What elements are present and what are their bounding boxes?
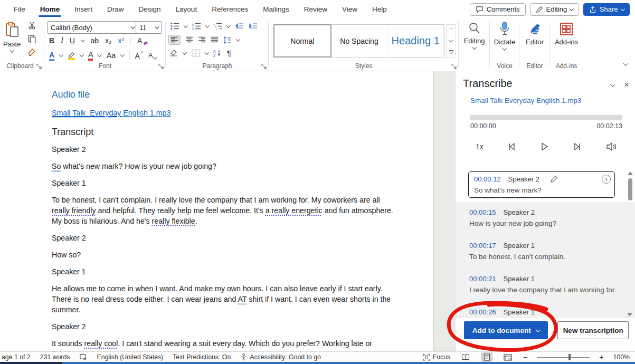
pilcrow-button[interactable]: ¶ — [227, 49, 231, 58]
audio-progress-bar[interactable] — [470, 115, 622, 120]
menu-tab-help[interactable]: Help — [366, 1, 393, 17]
transcript-entry[interactable]: 00:00:15Speaker 2How is your new job goi… — [469, 208, 617, 227]
audio-file-link[interactable]: Small Talk_Everyday English 1.mp3 — [52, 108, 411, 118]
style-normal[interactable]: Normal — [273, 24, 331, 58]
cut-icon[interactable] — [27, 21, 36, 30]
bold-button[interactable]: B — [49, 36, 54, 45]
chevron-down-icon[interactable] — [59, 53, 63, 57]
scrollbar-thumb[interactable] — [628, 178, 632, 200]
zoom-out-button[interactable]: − — [523, 353, 527, 361]
transcript-entry[interactable]: +00:00:12Speaker 2So what's new mark? — [468, 171, 615, 198]
chevron-down-icon[interactable] — [120, 53, 125, 57]
play-icon[interactable] — [539, 141, 549, 152]
multilevel-list-icon[interactable]: 1ai — [213, 22, 222, 30]
addins-button[interactable]: Add-ins — [551, 18, 582, 46]
align-right-button[interactable] — [198, 36, 206, 43]
align-center-button[interactable] — [185, 36, 193, 43]
style-heading-1[interactable]: Heading 1 — [387, 25, 444, 57]
clear-formatting-button[interactable]: A — [137, 36, 148, 45]
chevron-down-icon[interactable] — [236, 37, 240, 41]
italic-button[interactable]: I — [61, 36, 63, 45]
pane-collapse-icon[interactable] — [610, 82, 615, 87]
proofing-status-icon[interactable] — [79, 353, 87, 361]
scroll-up-icon[interactable] — [628, 171, 633, 175]
zoom-in-button[interactable]: + — [599, 353, 603, 361]
accessibility-status[interactable]: Accessibility: Good to go — [240, 353, 321, 361]
web-layout-button[interactable] — [502, 352, 514, 362]
grow-font-button[interactable]: A^ — [135, 51, 144, 60]
menu-tab-design[interactable]: Design — [132, 1, 167, 17]
font-size-select[interactable]: 11 — [136, 21, 162, 34]
strikethrough-button[interactable]: ab — [90, 36, 99, 45]
menu-tab-view[interactable]: View — [336, 1, 364, 17]
word-count[interactable]: 231 words — [40, 353, 70, 361]
language-indicator[interactable]: English (United States) — [97, 353, 163, 361]
menu-tab-mailings[interactable]: Mailings — [257, 1, 296, 17]
chevron-down-icon[interactable] — [226, 23, 231, 27]
justify-button[interactable] — [211, 36, 219, 43]
chevron-down-icon[interactable] — [205, 23, 209, 27]
menu-tab-review[interactable]: Review — [298, 1, 334, 17]
transcript-entry[interactable]: 00:00:17Speaker 1To be honest, I can't c… — [469, 242, 617, 261]
editing-button[interactable]: Editing — [459, 18, 489, 50]
text-effects-button[interactable]: A — [49, 51, 54, 61]
page-indicator[interactable]: age 1 of 2 — [2, 353, 31, 361]
dictate-button[interactable]: Dictate — [490, 18, 519, 51]
document-page[interactable]: Audio fileSmall Talk_Everyday English 1.… — [0, 71, 433, 351]
read-mode-button[interactable] — [460, 352, 471, 362]
chevron-down-icon[interactable] — [79, 53, 83, 57]
volume-icon[interactable] — [605, 141, 617, 152]
font-color-button[interactable]: A — [88, 50, 93, 61]
menu-tab-layout[interactable]: Layout — [169, 1, 204, 17]
add-entry-icon[interactable]: + — [602, 175, 611, 184]
paste-button[interactable]: Paste — [3, 18, 21, 53]
entry-timestamp[interactable]: 00:00:21 — [469, 275, 496, 283]
zoom-level[interactable]: 100% — [613, 353, 630, 361]
change-case-button[interactable]: Aa — [107, 51, 116, 60]
collapse-ribbon-icon[interactable] — [623, 61, 629, 66]
align-left-button[interactable] — [168, 35, 181, 45]
zoom-slider[interactable] — [537, 353, 590, 361]
decrease-indent-icon[interactable] — [235, 23, 244, 30]
chevron-down-icon[interactable] — [184, 23, 188, 27]
paragraph-dialog-launcher-icon[interactable] — [261, 64, 267, 69]
styles-scroll-down[interactable] — [447, 35, 456, 46]
menu-tab-draw[interactable]: Draw — [101, 1, 130, 17]
superscript-button[interactable]: x² — [118, 36, 124, 45]
clipboard-dialog-launcher-icon[interactable] — [36, 64, 42, 69]
entry-timestamp[interactable]: 00:00:12 — [474, 175, 501, 183]
subscript-button[interactable]: x₂ — [105, 36, 111, 45]
shrink-font-button[interactable]: A — [148, 52, 157, 59]
borders-button[interactable] — [192, 49, 200, 57]
menu-tab-insert[interactable]: Insert — [68, 1, 99, 17]
chevron-down-icon[interactable] — [81, 38, 85, 42]
transcript-entry[interactable]: 00:00:26Speaker 1 — [469, 308, 617, 316]
sort-button[interactable]: AZ — [213, 49, 222, 57]
font-dialog-launcher-icon[interactable] — [158, 64, 164, 69]
menu-tab-references[interactable]: References — [205, 1, 254, 17]
new-transcription-button[interactable]: New transcription — [557, 321, 629, 339]
print-layout-button[interactable] — [481, 352, 492, 362]
bullet-list-icon[interactable] — [170, 22, 179, 30]
zoom-slider-thumb[interactable] — [568, 354, 571, 360]
add-to-document-button[interactable]: Add to document — [464, 321, 548, 339]
entry-timestamp[interactable]: 00:00:17 — [469, 242, 496, 250]
editor-button[interactable]: Editor — [520, 18, 549, 46]
styles-dialog-launcher-icon[interactable] — [451, 64, 457, 69]
pane-close-icon[interactable]: × — [624, 80, 629, 90]
menu-tab-home[interactable]: Home — [34, 1, 67, 17]
chevron-down-icon[interactable] — [98, 53, 102, 57]
menu-tab-file[interactable]: File — [7, 1, 32, 17]
highlight-button[interactable] — [68, 51, 75, 60]
comments-button[interactable]: Comments — [470, 3, 526, 16]
share-button[interactable]: Share — [583, 3, 630, 16]
shading-button[interactable] — [169, 49, 178, 57]
edit-speaker-pencil-icon[interactable] — [550, 175, 558, 183]
numbered-list-icon[interactable]: 123 — [192, 22, 201, 30]
scroll-down-icon[interactable] — [627, 313, 632, 317]
styles-more[interactable] — [447, 46, 456, 57]
skip-forward-icon[interactable] — [572, 141, 583, 152]
skip-back-icon[interactable] — [506, 141, 517, 152]
format-painter-icon[interactable] — [27, 48, 36, 57]
underline-button[interactable]: U — [70, 36, 75, 45]
